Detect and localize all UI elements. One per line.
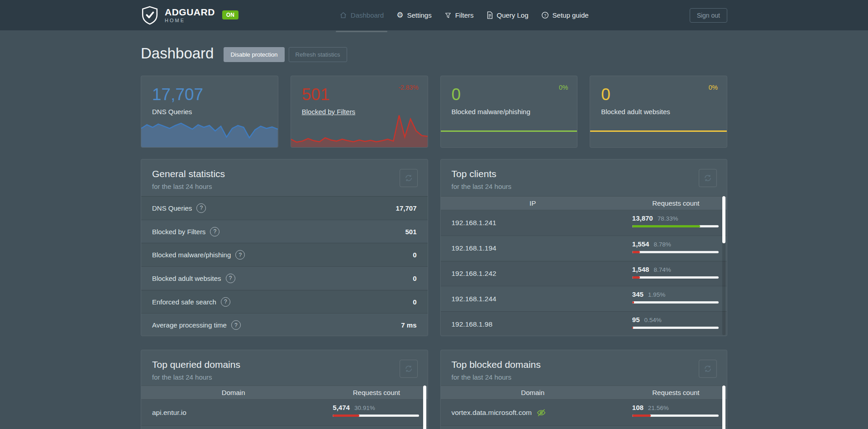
stat-row: Blocked by Filters? 501 <box>141 220 428 243</box>
requests-percent: 1.95% <box>648 291 665 298</box>
stat-row: DNS Queries? 17,707 <box>141 196 428 220</box>
progress-bar <box>333 415 419 417</box>
requests-count: 13,870 <box>632 214 653 222</box>
requests-count: 1,548 <box>632 265 649 273</box>
table-row: vortex.data.microsoft.com 10821.56% <box>441 400 727 425</box>
protection-status-badge: ON <box>222 10 238 19</box>
stat-value: 501 <box>405 228 416 236</box>
adguard-shield-icon <box>141 5 159 25</box>
column-header-requests[interactable]: Requests count <box>625 199 727 207</box>
card-blocked-malware: 0% 0 Blocked malware/phishing <box>440 76 578 148</box>
requests-percent: 30.91% <box>354 405 375 411</box>
stat-value: 0 <box>413 298 416 306</box>
question-circle-icon: ? <box>541 11 549 19</box>
stat-value: 0 <box>413 275 416 282</box>
top-queried-domains-panel: Top queried domains for the last 24 hour… <box>141 350 428 429</box>
requests-count: 95 <box>632 316 640 323</box>
requests-percent: 8.74% <box>653 266 671 273</box>
refresh-statistics-button[interactable]: Refresh statistics <box>289 47 347 62</box>
change-percent: -2.83% <box>398 84 418 91</box>
column-header-requests[interactable]: Requests count <box>625 389 727 396</box>
refresh-panel-button[interactable] <box>699 360 717 378</box>
refresh-icon <box>405 365 413 373</box>
document-icon <box>486 11 493 19</box>
card-dns-queries: 17,707 DNS Queries <box>141 76 278 148</box>
card-blocked-adult: 0% 0 Blocked adult websites <box>590 76 727 148</box>
column-header-requests[interactable]: Requests count <box>325 389 427 396</box>
scrollbar-thumb[interactable] <box>722 386 725 429</box>
help-icon[interactable]: ? <box>221 297 230 307</box>
stat-label: DNS Queries <box>152 204 192 212</box>
nav-item-settings[interactable]: ⚙ Settings <box>390 0 438 30</box>
disable-protection-button[interactable]: Disable protection <box>224 47 284 62</box>
table-row: 192.168.1.242 1,5488.74% <box>441 261 727 286</box>
top-clients-table: 192.168.1.241 13,87078.33% 192.168.1.194… <box>441 210 727 336</box>
panel-subtitle: for the last 24 hours <box>152 183 417 190</box>
table-row <box>141 425 428 429</box>
column-header-domain[interactable]: Domain <box>441 389 625 396</box>
refresh-icon <box>405 174 413 182</box>
top-queried-table: api.entur.io 5,47430.91% <box>141 400 428 429</box>
table-row: api.entur.io 5,47430.91% <box>141 400 428 425</box>
nav-item-filters[interactable]: Filters <box>438 0 480 30</box>
nav-label: Settings <box>407 11 431 19</box>
refresh-panel-button[interactable] <box>400 169 418 187</box>
stat-label: Blocked adult websites <box>152 275 221 282</box>
nav-label: Filters <box>455 11 474 19</box>
client-ip: 192.168.1.98 <box>441 312 625 336</box>
eye-off-icon[interactable] <box>536 408 546 418</box>
stat-label: Average processing time <box>152 321 227 329</box>
stat-label: Enforced safe search <box>152 298 216 306</box>
stat-row: Blocked adult websites? 0 <box>141 266 428 290</box>
malware-flat-sparkline <box>441 130 577 132</box>
sign-out-button[interactable]: Sign out <box>690 8 727 23</box>
brand: ADGUARD HOME ON <box>141 5 238 25</box>
table-row: 192.168.1.194 1,5548.78% <box>441 236 727 261</box>
panel-subtitle: for the last 24 hours <box>152 373 417 381</box>
gear-icon: ⚙ <box>396 11 403 19</box>
stat-value: 17,707 <box>396 204 417 212</box>
requests-count: 5,474 <box>333 404 350 411</box>
top-navbar: ADGUARD HOME ON Dashboard ⚙ Settings Fil… <box>0 0 868 30</box>
nav-item-dashboard[interactable]: Dashboard <box>333 0 390 30</box>
nav-item-setup-guide[interactable]: ? Setup guide <box>535 0 595 30</box>
change-percent: 0% <box>559 84 568 91</box>
client-ip: 192.168.1.242 <box>441 261 625 286</box>
general-statistics-panel: General statistics for the last 24 hours… <box>141 159 428 336</box>
scrollbar-track[interactable] <box>722 196 725 335</box>
refresh-panel-button[interactable] <box>699 169 717 187</box>
panel-title: Top queried domains <box>152 359 417 370</box>
column-header-ip[interactable]: IP <box>441 199 625 207</box>
refresh-panel-button[interactable] <box>400 360 418 378</box>
help-icon[interactable]: ? <box>210 227 219 236</box>
scrollbar-thumb[interactable] <box>423 386 426 429</box>
requests-percent: 8.78% <box>653 241 671 248</box>
top-blocked-table: vortex.data.microsoft.com 10821.56% <box>441 400 727 429</box>
stat-label: Blocked malware/phishing <box>152 251 231 259</box>
help-icon[interactable]: ? <box>231 320 241 330</box>
help-icon[interactable]: ? <box>235 250 245 260</box>
stat-label: Blocked by Filters <box>152 228 205 236</box>
help-icon[interactable]: ? <box>226 274 235 283</box>
general-statistics-rows: DNS Queries? 17,707 Blocked by Filters? … <box>141 196 428 336</box>
home-icon <box>339 11 347 19</box>
panel-title: Top blocked domains <box>452 359 716 370</box>
svg-text:?: ? <box>544 13 546 18</box>
panel-subtitle: for the last 24 hours <box>452 373 716 381</box>
scrollbar-thumb[interactable] <box>722 196 725 243</box>
card-label: Blocked adult websites <box>601 108 670 116</box>
table-row <box>441 425 727 429</box>
scrollbar-track[interactable] <box>722 386 725 429</box>
card-value: 17,707 <box>152 85 278 104</box>
nav-item-query-log[interactable]: Query Log <box>480 0 535 30</box>
requests-percent: 0.54% <box>644 317 662 323</box>
scrollbar-track[interactable] <box>423 386 426 429</box>
progress-bar <box>632 251 719 253</box>
progress-bar <box>632 327 719 329</box>
help-icon[interactable]: ? <box>196 203 206 213</box>
table-row: 192.168.1.244 3451.95% <box>441 286 727 311</box>
stat-cards: 17,707 DNS Queries -2.83% 501 Blocked by… <box>141 76 727 148</box>
stat-value: 7 ms <box>401 321 416 329</box>
column-header-domain[interactable]: Domain <box>141 389 325 396</box>
table-row: 192.168.1.98 950.54% <box>441 311 727 336</box>
